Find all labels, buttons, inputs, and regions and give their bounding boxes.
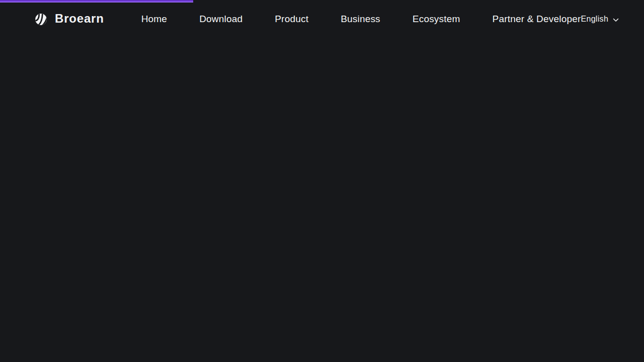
page-content bbox=[0, 38, 644, 362]
language-selector[interactable]: English bbox=[581, 15, 619, 24]
nav-item-ecosystem[interactable]: Ecosystem bbox=[413, 14, 460, 25]
nav-item-business[interactable]: Business bbox=[341, 14, 380, 25]
broearn-striped-sphere-icon bbox=[34, 13, 48, 26]
nav-item-product[interactable]: Product bbox=[275, 14, 308, 25]
site-header: Broearn Home Download Product Business E… bbox=[0, 0, 644, 38]
chevron-down-icon bbox=[613, 18, 619, 22]
page-load-progress-track bbox=[0, 0, 644, 3]
main-nav: Home Download Product Business Ecosystem… bbox=[141, 14, 581, 25]
logo[interactable]: Broearn bbox=[34, 13, 104, 26]
nav-item-partner-developer[interactable]: Partner & Developer bbox=[493, 14, 581, 25]
nav-item-home[interactable]: Home bbox=[141, 14, 167, 25]
nav-item-download[interactable]: Download bbox=[199, 14, 243, 25]
page-load-progress-bar bbox=[0, 0, 193, 3]
brand-name: Broearn bbox=[55, 13, 104, 26]
language-selected-label: English bbox=[581, 15, 609, 24]
